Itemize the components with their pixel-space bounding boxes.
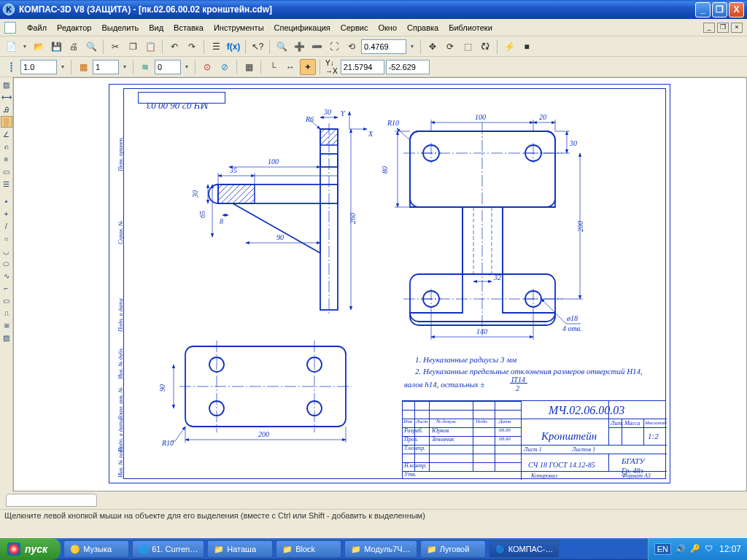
tray-icon[interactable]: 🔊 [676, 544, 686, 554]
snap-on-button[interactable]: ⊙ [199, 59, 215, 75]
tb-code: МЧ.02.06.00.03 [549, 404, 624, 417]
drawing-canvas[interactable]: Перв. примен. Справ. № Подп. и дата Инв.… [13, 77, 747, 491]
tool-spline-icon[interactable]: ∿ [1, 270, 12, 281]
redo-button[interactable]: ↷ [184, 39, 200, 55]
zoom-in-button[interactable]: ➕ [291, 39, 307, 55]
taskbar-item-active[interactable]: 🔵КОМПАС-… [489, 540, 560, 558]
menu-select[interactable]: Выделить [96, 22, 144, 34]
svg-text:20: 20 [539, 113, 546, 121]
tool-gather-icon[interactable]: ⎍ [1, 307, 12, 319]
tool-arc-icon[interactable]: ◡ [1, 245, 12, 257]
tool-edit-icon[interactable]: ∠ [1, 128, 12, 140]
tool-line-icon[interactable]: ▨ [1, 79, 12, 90]
taskbar-item[interactable]: 📁Луговой [420, 540, 486, 558]
taskbar-item[interactable]: 📁Наташа [207, 540, 273, 558]
menu-view[interactable]: Вид [144, 22, 169, 34]
zoom-window-button[interactable]: 🔍 [274, 39, 290, 55]
menu-insert[interactable]: Вставка [169, 22, 209, 34]
tool-rect-icon[interactable]: ▭ [1, 295, 12, 306]
svg-text:ø18: ø18 [566, 314, 578, 322]
snap-off-button[interactable]: ⊘ [217, 59, 233, 75]
vars-button[interactable]: f(x) [225, 39, 241, 55]
round-button[interactable]: ↔ [282, 59, 298, 75]
zoom-prev-button[interactable]: ⟲ [344, 39, 360, 55]
save-button[interactable]: 💾 [48, 39, 64, 55]
zoom-out-button[interactable]: ➖ [309, 39, 325, 55]
tool-hatch2-icon[interactable]: ▨ [1, 332, 12, 343]
rotate-button[interactable]: ⟳ [442, 39, 458, 55]
menu-window[interactable]: Окно [373, 22, 402, 34]
pan-button[interactable]: ✥ [425, 39, 441, 55]
menu-service[interactable]: Сервис [336, 22, 374, 34]
orbit-button[interactable]: ⬚ [460, 39, 476, 55]
menu-file[interactable]: Файл [22, 22, 52, 34]
menu-help[interactable]: Справка [402, 22, 444, 34]
tool-point-icon[interactable]: • [1, 195, 12, 207]
taskbar-item[interactable]: 📁Block [276, 540, 341, 558]
tool-select-icon[interactable]: ▭ [1, 166, 12, 177]
layer-button[interactable]: ▦ [75, 59, 91, 75]
window-title: КОМПАС-3D V8 (ЗАЩИТА) - [пк.02.06.00.02 … [19, 4, 694, 15]
tool-equid-icon[interactable]: ≋ [1, 319, 12, 331]
tool-ellipse-icon[interactable]: ⬭ [1, 257, 12, 269]
paste-button[interactable]: 📋 [142, 39, 158, 55]
layer-input[interactable] [93, 60, 119, 74]
new-button[interactable]: 📄 [3, 39, 19, 55]
language-indicator[interactable]: EN [654, 543, 671, 555]
svg-text:65: 65 [198, 211, 206, 218]
svg-text:R10: R10 [387, 119, 399, 127]
tool-hatch-icon[interactable]: ░ [1, 116, 12, 128]
menu-editor[interactable]: Редактор [52, 22, 96, 34]
close-button[interactable]: X [729, 2, 744, 18]
tool-aux-icon[interactable]: + [1, 208, 12, 219]
refresh-button[interactable]: 🗘 [477, 39, 493, 55]
local-cs-button[interactable]: ✦ [300, 59, 316, 75]
ortho-button[interactable]: └ [265, 59, 281, 75]
state-input[interactable] [155, 60, 181, 74]
clock[interactable]: 12:07 [719, 544, 741, 554]
document-tab[interactable] [6, 494, 97, 507]
tool-dim-icon[interactable]: ⟷ [1, 91, 12, 103]
tool-text-icon[interactable]: Ꭿ [1, 104, 12, 115]
open-button[interactable]: 📂 [31, 39, 47, 55]
tool-circle-icon[interactable]: ○ [1, 233, 12, 244]
coord-x-input[interactable] [341, 60, 384, 74]
props-button[interactable]: ☰ [208, 39, 224, 55]
copy-button[interactable]: ❐ [125, 39, 141, 55]
tool-param-icon[interactable]: ⎌ [1, 141, 12, 152]
tool-chamfer-icon[interactable]: ⌐ [1, 282, 12, 294]
pointer-button[interactable]: ↖? [249, 39, 266, 55]
coord-label-icon: Y↓→X [325, 59, 338, 75]
cut-button[interactable]: ✂ [107, 39, 123, 55]
taskbar-item[interactable]: 📁Модуль7Ч… [344, 540, 417, 558]
grid-button[interactable]: ▦ [241, 59, 257, 75]
maximize-button[interactable]: ❐ [712, 2, 727, 18]
mdi-restore-button[interactable]: ❐ [717, 23, 729, 33]
tool-seg-icon[interactable]: / [1, 220, 12, 232]
coord-y-input[interactable] [386, 60, 430, 74]
menu-spec[interactable]: Спецификация [269, 22, 336, 34]
taskbar-item[interactable]: 🟡Музыка [63, 540, 129, 558]
stop-button[interactable]: ■ [519, 39, 535, 55]
tray-icon[interactable]: 🔑 [690, 544, 700, 554]
start-button[interactable]: пуск [0, 538, 61, 560]
print-button[interactable]: 🖨 [66, 39, 82, 55]
mdi-minimize-button[interactable]: _ [703, 23, 715, 33]
tool-spec-icon[interactable]: ☰ [1, 178, 12, 190]
style-button[interactable]: ┋ [3, 59, 19, 75]
menu-libs[interactable]: Библиотеки [444, 22, 498, 34]
taskbar-item[interactable]: 🌐61. Curren… [132, 540, 204, 558]
measure-button[interactable]: ⚡ [501, 39, 517, 55]
svg-text:Y: Y [341, 109, 346, 117]
zoom-value-input[interactable] [361, 39, 406, 54]
menu-tools[interactable]: Инструменты [209, 22, 269, 34]
mdi-close-button[interactable]: × [731, 23, 743, 33]
minimize-button[interactable]: _ [695, 2, 711, 18]
tray-icon[interactable]: 🛡 [705, 544, 715, 554]
linewidth-input[interactable] [20, 60, 57, 74]
state-button[interactable]: ≋ [137, 59, 153, 75]
tool-measure-icon[interactable]: ≡ [1, 153, 12, 165]
preview-button[interactable]: 🔍 [83, 39, 99, 55]
zoom-fit-button[interactable]: ⛶ [326, 39, 342, 55]
undo-button[interactable]: ↶ [166, 39, 182, 55]
